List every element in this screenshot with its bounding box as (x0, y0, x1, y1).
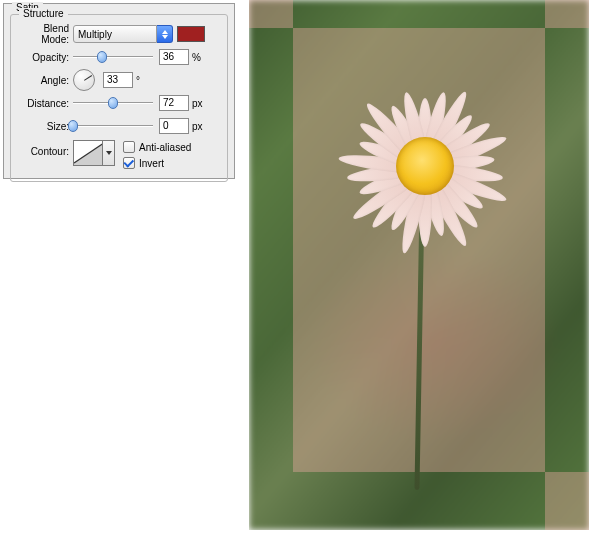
angle-input[interactable]: 33 (103, 72, 133, 88)
angle-label: Angle: (17, 75, 73, 86)
structure-group: Structure Blend Mode: Multiply Opacity: … (10, 14, 228, 182)
size-input[interactable]: 0 (159, 118, 189, 134)
contour-picker[interactable] (73, 140, 103, 166)
anti-aliased-option[interactable]: Anti-aliased (123, 140, 191, 154)
size-label: Size: (17, 121, 73, 132)
blend-mode-select[interactable]: Multiply (73, 25, 173, 43)
anti-aliased-label: Anti-aliased (139, 142, 191, 153)
distance-unit: px (192, 98, 203, 109)
opacity-input[interactable]: 36 (159, 49, 189, 65)
distance-slider[interactable] (73, 97, 153, 109)
group-title: Structure (19, 8, 68, 19)
contour-dropdown[interactable] (103, 140, 115, 166)
size-row: Size: 0 px (17, 117, 221, 135)
color-swatch[interactable] (177, 26, 205, 42)
contour-curve-icon (74, 141, 103, 166)
opacity-row: Opacity: 36 % (17, 48, 221, 66)
angle-indicator (84, 75, 92, 81)
opacity-label: Opacity: (17, 52, 73, 63)
distance-row: Distance: 72 px (17, 94, 221, 112)
slider-thumb[interactable] (68, 120, 78, 132)
preview-canvas (249, 0, 589, 530)
invert-option[interactable]: Invert (123, 156, 191, 170)
size-unit: px (192, 121, 203, 132)
overlay-corner (545, 0, 589, 28)
satin-panel: Satin Structure Blend Mode: Multiply Opa… (3, 3, 235, 179)
slider-thumb[interactable] (108, 97, 118, 109)
overlay-corner (249, 0, 293, 28)
opacity-unit: % (192, 52, 201, 63)
contour-label: Contour: (17, 140, 73, 157)
stepper-icon[interactable] (157, 25, 173, 43)
slider-thumb[interactable] (97, 51, 107, 63)
contour-row: Contour: Anti-aliased Invert (17, 140, 221, 170)
flower (333, 74, 515, 256)
distance-label: Distance: (17, 98, 73, 109)
overlay-corner (545, 472, 589, 530)
angle-unit: ° (136, 75, 140, 86)
distance-input[interactable]: 72 (159, 95, 189, 111)
flower-center (396, 137, 454, 195)
checkbox[interactable] (123, 141, 135, 153)
invert-label: Invert (139, 158, 164, 169)
blend-mode-row: Blend Mode: Multiply (17, 25, 221, 43)
size-slider[interactable] (73, 120, 153, 132)
checkbox[interactable] (123, 157, 135, 169)
blend-mode-label: Blend Mode: (17, 23, 73, 45)
opacity-slider[interactable] (73, 51, 153, 63)
blend-mode-value: Multiply (73, 25, 157, 43)
angle-dial[interactable] (73, 69, 95, 91)
angle-row: Angle: 33 ° (17, 71, 221, 89)
chevron-down-icon (106, 151, 112, 155)
